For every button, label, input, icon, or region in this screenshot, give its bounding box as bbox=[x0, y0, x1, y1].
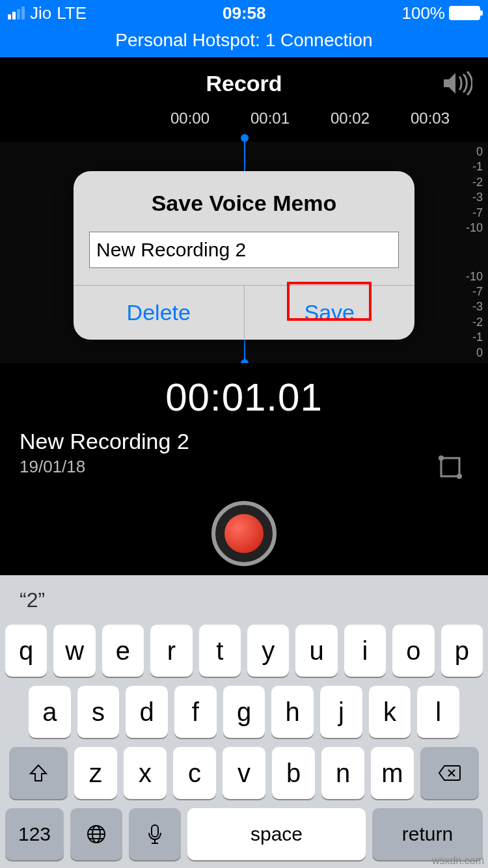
key-x[interactable]: x bbox=[124, 747, 167, 799]
battery-icon bbox=[449, 6, 480, 20]
record-button[interactable] bbox=[211, 501, 277, 566]
key-t[interactable]: t bbox=[199, 625, 241, 677]
mic-key[interactable] bbox=[129, 808, 181, 860]
key-o[interactable]: o bbox=[392, 625, 434, 677]
key-y[interactable]: y bbox=[247, 625, 289, 677]
tick-0: 00:00 bbox=[170, 109, 210, 128]
key-k[interactable]: k bbox=[369, 686, 411, 738]
key-l[interactable]: l bbox=[417, 686, 459, 738]
battery-pct: 100% bbox=[401, 3, 445, 23]
keyboard: “2” qwertyuiop asdfghjkl zxcvbnm 123 spa… bbox=[0, 575, 488, 868]
svg-point-1 bbox=[439, 455, 444, 461]
status-time: 09:58 bbox=[223, 3, 266, 23]
key-e[interactable]: e bbox=[102, 625, 144, 677]
db-scale-bottom: -10-7-3-2-10 bbox=[466, 269, 483, 360]
recording-date: 19/01/18 bbox=[20, 457, 468, 477]
tick-3: 00:03 bbox=[411, 109, 450, 128]
network: LTE bbox=[57, 3, 87, 23]
key-v[interactable]: v bbox=[223, 747, 265, 799]
key-q[interactable]: q bbox=[5, 625, 47, 677]
dialog-title: Save Voice Memo bbox=[74, 171, 414, 232]
db-scale-top: 0-1-2-3-7-10 bbox=[466, 144, 483, 236]
svg-rect-0 bbox=[441, 458, 459, 476]
key-row-1: qwertyuiop bbox=[0, 625, 488, 686]
numbers-key[interactable]: 123 bbox=[5, 808, 64, 860]
key-n[interactable]: n bbox=[321, 747, 364, 799]
backspace-key[interactable] bbox=[420, 747, 479, 799]
status-bar: Jio LTE 09:58 100% bbox=[0, 0, 488, 26]
key-s[interactable]: s bbox=[77, 686, 120, 738]
tick-1: 00:01 bbox=[251, 109, 290, 128]
page-title: Record bbox=[206, 71, 282, 96]
suggestion-bar[interactable]: “2” bbox=[0, 575, 488, 625]
svg-rect-5 bbox=[152, 825, 158, 837]
tick-2: 00:02 bbox=[331, 109, 370, 128]
timer: 00:01.01 bbox=[0, 375, 488, 420]
key-w[interactable]: w bbox=[53, 625, 95, 677]
speaker-icon[interactable] bbox=[441, 70, 472, 96]
key-b[interactable]: b bbox=[272, 747, 315, 799]
key-row-4: 123 space return bbox=[0, 808, 488, 868]
memo-name-input[interactable] bbox=[89, 232, 399, 268]
key-c[interactable]: c bbox=[173, 747, 216, 799]
svg-point-2 bbox=[457, 474, 462, 479]
key-h[interactable]: h bbox=[271, 686, 314, 738]
key-i[interactable]: i bbox=[344, 625, 386, 677]
timeline[interactable]: 00:00 00:01 00:02 00:03 bbox=[0, 109, 488, 142]
key-d[interactable]: d bbox=[126, 686, 168, 738]
key-p[interactable]: p bbox=[441, 625, 483, 677]
save-dialog: Save Voice Memo Delete Save bbox=[74, 171, 414, 340]
key-z[interactable]: z bbox=[74, 747, 117, 799]
watermark: wsxdn.com bbox=[432, 855, 484, 867]
signal-icon bbox=[8, 7, 25, 20]
key-row-2: asdfghjkl bbox=[0, 686, 488, 747]
key-f[interactable]: f bbox=[174, 686, 217, 738]
hotspot-banner[interactable]: Personal Hotspot: 1 Connection bbox=[0, 26, 488, 57]
space-key[interactable]: space bbox=[187, 808, 366, 860]
key-row-3: zxcvbnm bbox=[0, 747, 488, 808]
trim-icon[interactable] bbox=[432, 449, 468, 485]
key-m[interactable]: m bbox=[371, 747, 414, 799]
save-button[interactable]: Save bbox=[244, 286, 415, 340]
nav-bar: Record bbox=[0, 57, 488, 109]
key-r[interactable]: r bbox=[150, 625, 192, 677]
recording-name: New Recording 2 bbox=[20, 429, 468, 454]
key-a[interactable]: a bbox=[29, 686, 71, 738]
delete-button[interactable]: Delete bbox=[74, 286, 244, 340]
key-j[interactable]: j bbox=[320, 686, 362, 738]
globe-key[interactable] bbox=[70, 808, 122, 860]
shift-key[interactable] bbox=[9, 747, 68, 799]
key-u[interactable]: u bbox=[295, 625, 337, 677]
carrier: Jio bbox=[30, 3, 51, 23]
key-g[interactable]: g bbox=[223, 686, 265, 738]
return-key[interactable]: return bbox=[372, 808, 483, 860]
